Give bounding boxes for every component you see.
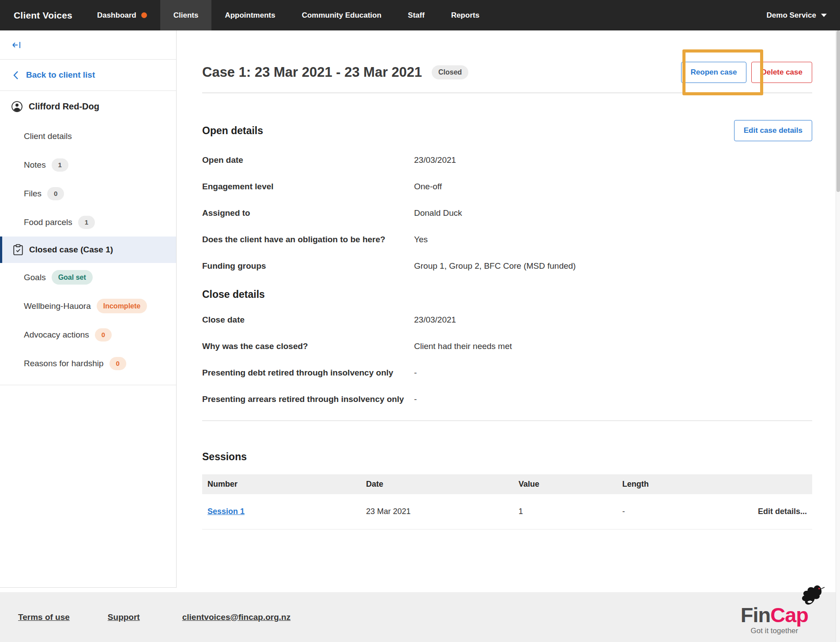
sidebar-item-closed-case[interactable]: Closed case (Case 1) — [0, 237, 176, 263]
sidebar-item-goals[interactable]: Goals Goal set — [0, 263, 176, 292]
detail-row: Assigned to Donald Duck — [202, 208, 812, 218]
scrollbar-thumb[interactable] — [836, 30, 840, 192]
nav-clients[interactable]: Clients — [160, 0, 212, 30]
collapse-sidebar-button[interactable] — [0, 30, 176, 60]
sidebar-item-label: Files — [24, 189, 41, 199]
detail-row: Why was the case closed? Client had thei… — [202, 341, 812, 351]
detail-row: Close date 23/03/2021 — [202, 315, 812, 325]
sessions-heading: Sessions — [202, 450, 812, 463]
session-date: 23 Mar 2021 — [361, 494, 513, 529]
content-area: Back to client list Clifford Red-Dog Cli… — [0, 30, 840, 592]
open-details-heading: Open details — [202, 124, 263, 137]
nav-dashboard[interactable]: Dashboard — [84, 0, 160, 30]
case-detail-panel: Case 1: 23 Mar 2021 - 23 Mar 2021 Closed… — [177, 30, 840, 529]
sidebar-item-label: Advocacy actions — [24, 330, 89, 340]
back-to-client-list-link[interactable]: Back to client list — [0, 60, 176, 91]
person-icon — [11, 101, 23, 113]
clipboard-check-icon — [13, 244, 23, 255]
sidebar-item-wellbeing-hauora[interactable]: Wellbeing-Hauora Incomplete — [0, 292, 176, 320]
service-name: Demo Service — [767, 11, 816, 20]
client-name-header: Clifford Red-Dog — [0, 91, 176, 122]
count-badge: 0 — [109, 357, 126, 370]
sessions-header-row: Number Date Value Length — [202, 474, 812, 494]
status-badge: Incomplete — [97, 299, 147, 313]
sessions-table: Number Date Value Length Session 1 23 Ma… — [202, 474, 812, 529]
terms-of-use-link[interactable]: Terms of use — [18, 612, 70, 622]
detail-row: Presenting arrears retired through insol… — [202, 394, 812, 404]
sidebar-divider — [0, 385, 176, 385]
detail-row: Open date 23/03/2021 — [202, 155, 812, 165]
nav-appointments[interactable]: Appointments — [211, 0, 288, 30]
detail-row: Funding groups Group 1, Group 2, BFC Cor… — [202, 261, 812, 271]
caret-down-icon — [821, 14, 827, 17]
fincap-logo: FinCap Got it together — [741, 599, 808, 635]
sidebar-item-reasons-for-hardship[interactable]: Reasons for hardship 0 — [0, 349, 176, 378]
case-status-badge: Closed — [432, 65, 468, 79]
detail-row: Does the client have an obligation to be… — [202, 234, 812, 244]
edit-details-link[interactable]: Edit details... — [727, 494, 813, 529]
app-window: Client Voices Dashboard Clients Appointm… — [0, 0, 840, 642]
title-divider — [202, 93, 812, 93]
sidebar-item-advocacy-actions[interactable]: Advocacy actions 0 — [0, 320, 176, 349]
chevron-left-icon — [13, 71, 19, 80]
contact-email-link[interactable]: clientvoices@fincap.org.nz — [182, 612, 291, 622]
sidebar-item-food-parcels[interactable]: Food parcels 1 — [0, 208, 176, 237]
col-actions — [727, 474, 813, 494]
notification-dot — [141, 12, 147, 18]
footer: Terms of use Support clientvoices@fincap… — [0, 592, 840, 642]
status-badge: Goal set — [52, 270, 93, 285]
client-name: Clifford Red-Dog — [29, 101, 99, 112]
col-number: Number — [202, 474, 361, 494]
sidebar-item-label: Goals — [24, 273, 46, 282]
delete-case-button[interactable]: Delete case — [751, 62, 812, 83]
col-length: Length — [617, 474, 727, 494]
close-details-list: Close date 23/03/2021 Why was the case c… — [202, 315, 812, 404]
detail-row: Presenting debt retired through insolven… — [202, 368, 812, 378]
section-divider — [202, 420, 812, 421]
nav-dashboard-label: Dashboard — [97, 11, 136, 20]
session-link[interactable]: Session 1 — [207, 507, 245, 516]
session-length: - — [617, 494, 727, 529]
col-value: Value — [513, 474, 617, 494]
app-title: Client Voices — [0, 10, 84, 21]
close-details-heading: Close details — [202, 288, 265, 301]
count-badge: 1 — [52, 158, 68, 172]
nav-reports[interactable]: Reports — [438, 0, 493, 30]
sidebar-item-files[interactable]: Files 0 — [0, 179, 176, 208]
reopen-case-button[interactable]: Reopen case — [681, 62, 747, 83]
sidebar: Back to client list Clifford Red-Dog Cli… — [0, 30, 177, 588]
table-row: Session 1 23 Mar 2021 1 - Edit details..… — [202, 494, 812, 529]
count-badge: 0 — [95, 328, 112, 342]
count-badge: 0 — [47, 187, 64, 200]
collapse-sidebar-icon — [11, 41, 21, 49]
sidebar-item-notes[interactable]: Notes 1 — [0, 150, 176, 179]
fincap-tagline: Got it together — [741, 627, 808, 635]
tui-bird-icon — [797, 585, 825, 611]
sidebar-item-label: Closed case (Case 1) — [29, 245, 113, 255]
count-badge: 1 — [78, 216, 95, 229]
col-date: Date — [361, 474, 513, 494]
detail-row: Engagement level One-off — [202, 181, 812, 191]
top-nav: Client Voices Dashboard Clients Appointm… — [0, 0, 840, 30]
nav-community-education[interactable]: Community Education — [289, 0, 395, 30]
scrollbar-track[interactable] — [836, 30, 840, 642]
service-selector[interactable]: Demo Service — [758, 0, 840, 30]
sidebar-item-label: Food parcels — [24, 218, 72, 227]
support-link[interactable]: Support — [108, 612, 140, 622]
sidebar-item-label: Reasons for hardship — [24, 359, 104, 368]
page-title: Case 1: 23 Mar 2021 - 23 Mar 2021 — [202, 62, 422, 83]
edit-case-details-button[interactable]: Edit case details — [734, 120, 812, 141]
open-details-list: Open date 23/03/2021 Engagement level On… — [202, 155, 812, 271]
sidebar-item-label: Wellbeing-Hauora — [24, 301, 91, 311]
nav-staff[interactable]: Staff — [395, 0, 438, 30]
sidebar-item-label: Notes — [24, 160, 46, 170]
sidebar-item-client-details[interactable]: Client details — [0, 122, 176, 150]
sidebar-item-label: Client details — [24, 131, 72, 141]
session-value: 1 — [513, 494, 617, 529]
back-label: Back to client list — [26, 70, 95, 80]
